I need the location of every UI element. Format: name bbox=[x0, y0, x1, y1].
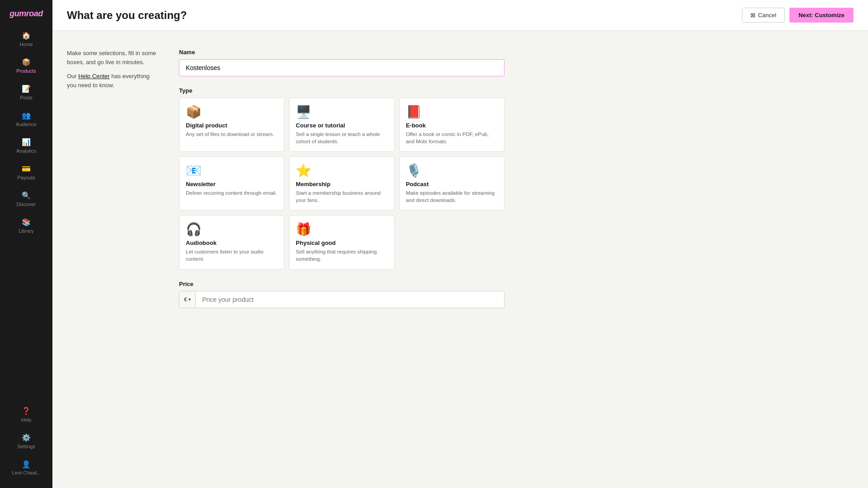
ebook-desc: Offer a book or comic in PDF, ePub, and … bbox=[406, 131, 498, 145]
sidebar-item-user[interactable]: 👤 Leon Chaud... bbox=[0, 455, 52, 481]
price-field: € ▾ bbox=[179, 291, 505, 308]
newsletter-name: Newsletter bbox=[186, 181, 278, 188]
podcast-name: Podcast bbox=[406, 181, 498, 188]
form-help-text: Our Help Center has everything you need … bbox=[67, 72, 157, 89]
type-card-podcast[interactable]: 🎙️ Podcast Make episodes available for s… bbox=[399, 156, 505, 211]
podcast-icon: 🎙️ bbox=[406, 163, 498, 178]
audiobook-icon: 🎧 bbox=[186, 222, 278, 237]
help-center-link[interactable]: Help Center bbox=[78, 73, 109, 80]
membership-icon: ⭐ bbox=[296, 163, 387, 178]
podcast-desc: Make episodes available for streaming an… bbox=[406, 189, 498, 204]
physical-good-desc: Sell anything that requires shipping som… bbox=[296, 248, 387, 263]
form-info-text: Make some selections, fill in some boxes… bbox=[67, 49, 157, 66]
sidebar-bottom: ❓ Help ⚙️ Settings 👤 Leon Chaud... bbox=[0, 401, 52, 488]
physical-good-name: Physical good bbox=[296, 239, 387, 246]
cancel-icon: ⊠ bbox=[750, 12, 755, 19]
type-card-membership[interactable]: ⭐ Membership Start a membership business… bbox=[289, 156, 394, 211]
type-grid: 📦 Digital product Any set of files to do… bbox=[179, 98, 505, 270]
course-name: Course or tutorial bbox=[296, 122, 387, 129]
audience-icon: 👥 bbox=[22, 111, 31, 120]
name-label: Name bbox=[179, 49, 505, 56]
physical-good-icon: 🎁 bbox=[296, 222, 387, 237]
top-bar-actions: ⊠ Cancel Next: Customize bbox=[742, 8, 854, 23]
membership-desc: Start a membership business around your … bbox=[296, 189, 387, 204]
type-card-audiobook[interactable]: 🎧 Audiobook Let customers listen to your… bbox=[179, 215, 284, 269]
logo-text: gumroad bbox=[9, 9, 43, 19]
sidebar-item-help[interactable]: ❓ Help bbox=[0, 401, 52, 428]
course-desc: Sell a single lesson or teach a whole co… bbox=[296, 131, 387, 145]
home-icon: 🏠 bbox=[22, 31, 31, 40]
type-grid-empty bbox=[399, 215, 505, 269]
page-title: What are you creating? bbox=[67, 9, 187, 22]
digital-product-icon: 📦 bbox=[186, 104, 278, 119]
help-icon: ❓ bbox=[22, 407, 31, 415]
course-icon: 🖥️ bbox=[296, 104, 387, 119]
audiobook-desc: Let customers listen to your audio conte… bbox=[186, 248, 278, 263]
form-sidebar-info: Make some selections, fill in some boxes… bbox=[67, 49, 157, 308]
sidebar-item-discover[interactable]: 🔍 Discover bbox=[0, 186, 52, 212]
user-icon: 👤 bbox=[22, 460, 31, 469]
library-icon: 📚 bbox=[22, 218, 31, 226]
logo[interactable]: gumroad bbox=[0, 0, 52, 26]
sidebar-item-library[interactable]: 📚 Library bbox=[0, 212, 52, 239]
ebook-name: E-book bbox=[406, 122, 498, 129]
sidebar: gumroad 🏠 Home 📦 Products 📝 Posts 👥 Audi… bbox=[0, 0, 52, 488]
membership-name: Membership bbox=[296, 181, 387, 188]
main-content: What are you creating? ⊠ Cancel Next: Cu… bbox=[52, 0, 868, 488]
top-bar: What are you creating? ⊠ Cancel Next: Cu… bbox=[52, 0, 868, 31]
digital-product-desc: Any set of files to download or stream. bbox=[186, 131, 278, 138]
audiobook-name: Audiobook bbox=[186, 239, 278, 246]
sidebar-item-analytics[interactable]: 📊 Analytics bbox=[0, 132, 52, 159]
sidebar-item-products[interactable]: 📦 Products bbox=[0, 52, 52, 79]
type-card-ebook[interactable]: 📕 E-book Offer a book or comic in PDF, e… bbox=[399, 98, 505, 152]
name-input[interactable] bbox=[179, 59, 505, 76]
type-card-course[interactable]: 🖥️ Course or tutorial Sell a single less… bbox=[289, 98, 394, 152]
posts-icon: 📝 bbox=[22, 84, 31, 93]
next-customize-button[interactable]: Next: Customize bbox=[789, 8, 854, 23]
newsletter-icon: 📧 bbox=[186, 163, 278, 178]
cancel-button[interactable]: ⊠ Cancel bbox=[742, 8, 785, 23]
type-label: Type bbox=[179, 87, 505, 94]
currency-symbol: € bbox=[184, 296, 187, 303]
newsletter-desc: Deliver recurring content through email. bbox=[186, 189, 278, 197]
digital-product-name: Digital product bbox=[186, 122, 278, 129]
ebook-icon: 📕 bbox=[406, 104, 498, 119]
analytics-icon: 📊 bbox=[22, 138, 31, 146]
type-card-newsletter[interactable]: 📧 Newsletter Deliver recurring content t… bbox=[179, 156, 284, 211]
payouts-icon: 💳 bbox=[22, 164, 31, 173]
currency-chevron: ▾ bbox=[189, 297, 191, 302]
sidebar-item-payouts[interactable]: 💳 Payouts bbox=[0, 159, 52, 186]
price-label: Price bbox=[179, 281, 505, 287]
sidebar-item-settings[interactable]: ⚙️ Settings bbox=[0, 428, 52, 455]
form-main: Name Type 📦 Digital product Any set of f… bbox=[179, 49, 505, 308]
form-area: Make some selections, fill in some boxes… bbox=[52, 31, 868, 326]
products-icon: 📦 bbox=[22, 58, 31, 66]
price-input[interactable] bbox=[196, 291, 504, 308]
type-card-digital[interactable]: 📦 Digital product Any set of files to do… bbox=[179, 98, 284, 152]
settings-icon: ⚙️ bbox=[22, 433, 31, 442]
currency-selector[interactable]: € ▾ bbox=[179, 291, 196, 308]
type-card-physical[interactable]: 🎁 Physical good Sell anything that requi… bbox=[289, 215, 394, 269]
discover-icon: 🔍 bbox=[22, 191, 31, 200]
sidebar-item-home[interactable]: 🏠 Home bbox=[0, 26, 52, 52]
sidebar-item-posts[interactable]: 📝 Posts bbox=[0, 79, 52, 106]
sidebar-item-audience[interactable]: 👥 Audience bbox=[0, 106, 52, 132]
sidebar-nav: 🏠 Home 📦 Products 📝 Posts 👥 Audience 📊 A… bbox=[0, 26, 52, 401]
